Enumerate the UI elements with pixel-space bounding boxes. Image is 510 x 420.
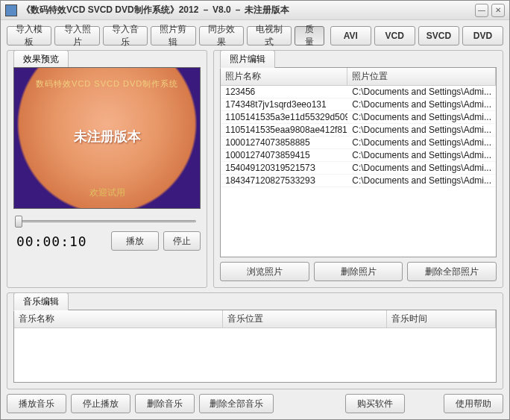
preview-controls: 00:00:10 播放 停止 bbox=[13, 231, 201, 251]
cell-photo-location: C:\Documents and Settings\Admi... bbox=[347, 175, 496, 187]
play-music-button[interactable]: 播放音乐 bbox=[7, 394, 66, 413]
bottom-gap bbox=[409, 394, 439, 413]
table-row[interactable]: 15404912031952157ЗC:\Documents and Setti… bbox=[221, 162, 496, 175]
preview-overlay-watermark: 未注册版本 bbox=[14, 128, 200, 145]
table-row[interactable]: 174348t7jv1sqrd3eeo131C:\Documents and S… bbox=[221, 98, 496, 111]
svcd-button[interactable]: SVCD bbox=[418, 26, 459, 46]
delete-music-button[interactable]: 删除音乐 bbox=[135, 394, 195, 413]
cell-photo-location: C:\Documents and Settings\Admi... bbox=[347, 86, 496, 98]
preview-tab[interactable]: 效果预览 bbox=[13, 50, 69, 69]
buy-button[interactable]: 购买软件 bbox=[345, 394, 405, 413]
cell-photo-location: C:\Documents and Settings\Admi... bbox=[347, 137, 496, 148]
photo-table[interactable]: 照片名称 照片位置 123456C:\Documents and Setting… bbox=[220, 67, 497, 257]
cell-photo-location: C:\Documents and Settings\Admi... bbox=[347, 98, 496, 110]
quality-button[interactable]: 质量 bbox=[295, 26, 324, 46]
bottom-toolbar: 播放音乐 停止播放 删除音乐 删除全部音乐 购买软件 使用帮助 bbox=[7, 394, 503, 413]
browse-photo-button[interactable]: 浏览照片 bbox=[220, 262, 309, 281]
stop-button[interactable]: 停止 bbox=[163, 231, 201, 251]
import-photo-button[interactable]: 导入照片 bbox=[54, 26, 99, 46]
tv-format-button[interactable]: 电视制式 bbox=[247, 26, 292, 46]
time-display: 00:00:10 bbox=[13, 233, 107, 249]
cell-photo-name: 1105141535a3e11d55329d509d bbox=[221, 111, 347, 123]
preview-overlay-welcome: 欢迎试用 bbox=[14, 187, 200, 199]
preview-panel: 效果预览 数码特效VCD SVCD DVD制作系统 未注册版本 欢迎试用 00:… bbox=[7, 50, 207, 288]
content-area: 导入模板 导入照片 导入音乐 照片剪辑 同步效果 电视制式 质量 AVI VCD… bbox=[1, 20, 509, 419]
col-photo-name[interactable]: 照片名称 bbox=[221, 68, 347, 85]
photo-clip-button[interactable]: 照片剪辑 bbox=[151, 26, 195, 46]
play-button[interactable]: 播放 bbox=[111, 231, 159, 251]
cell-photo-location: C:\Documents and Settings\Admi... bbox=[347, 124, 496, 136]
vcd-button[interactable]: VCD bbox=[374, 26, 415, 46]
close-button[interactable]: ✕ bbox=[491, 4, 505, 17]
cell-photo-name: 15404912031952157З bbox=[221, 162, 347, 174]
help-button[interactable]: 使用帮助 bbox=[444, 394, 503, 413]
dvd-button[interactable]: DVD bbox=[462, 26, 503, 46]
photo-rows: 123456C:\Documents and Settings\Admi...1… bbox=[221, 86, 496, 187]
stop-music-button[interactable]: 停止播放 bbox=[71, 394, 130, 413]
cell-photo-location: C:\Documents and Settings\Admi... bbox=[347, 162, 496, 174]
table-row[interactable]: 18434712082753329ЗC:\Documents and Setti… bbox=[221, 175, 496, 187]
photo-table-header: 照片名称 照片位置 bbox=[221, 68, 496, 86]
cell-photo-name: 18434712082753329З bbox=[221, 175, 347, 187]
cell-photo-name: 10001274073859415 bbox=[221, 149, 347, 161]
main-window: 《数码特效VCD SVCD DVD制作系统》2012 － V8.0 － 未注册版… bbox=[0, 0, 510, 420]
photo-buttons: 浏览照片 删除照片 删除全部照片 bbox=[220, 262, 497, 281]
delete-photo-button[interactable]: 删除照片 bbox=[314, 262, 403, 281]
table-row[interactable]: 10001274073858885C:\Documents and Settin… bbox=[221, 137, 496, 149]
table-row[interactable]: 1105141535eaa9808ae412f813C:\Documents a… bbox=[221, 124, 496, 137]
table-row[interactable]: 1105141535a3e11d55329d509dC:\Documents a… bbox=[221, 111, 496, 124]
table-row[interactable]: 123456C:\Documents and Settings\Admi... bbox=[221, 86, 496, 98]
seek-slider[interactable] bbox=[13, 213, 201, 228]
main-toolbar: 导入模板 导入照片 导入音乐 照片剪辑 同步效果 电视制式 质量 AVI VCD… bbox=[7, 26, 503, 46]
cell-photo-name: 123456 bbox=[221, 86, 347, 98]
cell-photo-name: 174348t7jv1sqrd3eeo131 bbox=[221, 98, 347, 110]
music-panel: 音乐编辑 音乐名称 音乐位置 音乐时间 bbox=[7, 292, 503, 389]
slider-thumb[interactable] bbox=[15, 216, 22, 228]
cell-photo-name: 10001274073858885 bbox=[221, 137, 347, 148]
avi-button[interactable]: AVI bbox=[330, 26, 371, 46]
cell-photo-name: 1105141535eaa9808ae412f813 bbox=[221, 124, 347, 136]
slider-track bbox=[18, 220, 196, 222]
minimize-button[interactable]: — bbox=[475, 4, 488, 17]
preview-image: 数码特效VCD SVCD DVD制作系统 未注册版本 欢迎试用 bbox=[13, 67, 201, 209]
import-music-button[interactable]: 导入音乐 bbox=[103, 26, 148, 46]
preview-overlay-title: 数码特效VCD SVCD DVD制作系统 bbox=[14, 78, 200, 90]
titlebar[interactable]: 《数码特效VCD SVCD DVD制作系统》2012 － V8.0 － 未注册版… bbox=[1, 1, 509, 20]
photo-tab[interactable]: 照片编辑 bbox=[220, 50, 275, 69]
photo-panel: 照片编辑 照片名称 照片位置 123456C:\Documents and Se… bbox=[213, 50, 503, 288]
col-music-time[interactable]: 音乐时间 bbox=[387, 310, 496, 327]
music-tab[interactable]: 音乐编辑 bbox=[13, 292, 69, 311]
col-music-location[interactable]: 音乐位置 bbox=[223, 310, 387, 327]
sync-effect-button[interactable]: 同步效果 bbox=[199, 26, 244, 46]
bottom-spacer bbox=[278, 394, 341, 413]
delete-all-photo-button[interactable]: 删除全部照片 bbox=[407, 262, 497, 281]
table-row[interactable]: 10001274073859415C:\Documents and Settin… bbox=[221, 149, 496, 162]
import-template-button[interactable]: 导入模板 bbox=[7, 26, 51, 46]
window-title: 《数码特效VCD SVCD DVD制作系统》2012 － V8.0 － 未注册版… bbox=[22, 4, 472, 16]
app-icon bbox=[5, 4, 17, 16]
delete-all-music-button[interactable]: 删除全部音乐 bbox=[199, 394, 274, 413]
music-table[interactable]: 音乐名称 音乐位置 音乐时间 bbox=[13, 310, 497, 383]
col-photo-location[interactable]: 照片位置 bbox=[347, 68, 496, 85]
col-music-name[interactable]: 音乐名称 bbox=[14, 310, 223, 327]
cell-photo-location: C:\Documents and Settings\Admi... bbox=[347, 111, 496, 123]
music-table-header: 音乐名称 音乐位置 音乐时间 bbox=[14, 310, 496, 328]
middle-row: 效果预览 数码特效VCD SVCD DVD制作系统 未注册版本 欢迎试用 00:… bbox=[7, 50, 503, 288]
cell-photo-location: C:\Documents and Settings\Admi... bbox=[347, 149, 496, 161]
